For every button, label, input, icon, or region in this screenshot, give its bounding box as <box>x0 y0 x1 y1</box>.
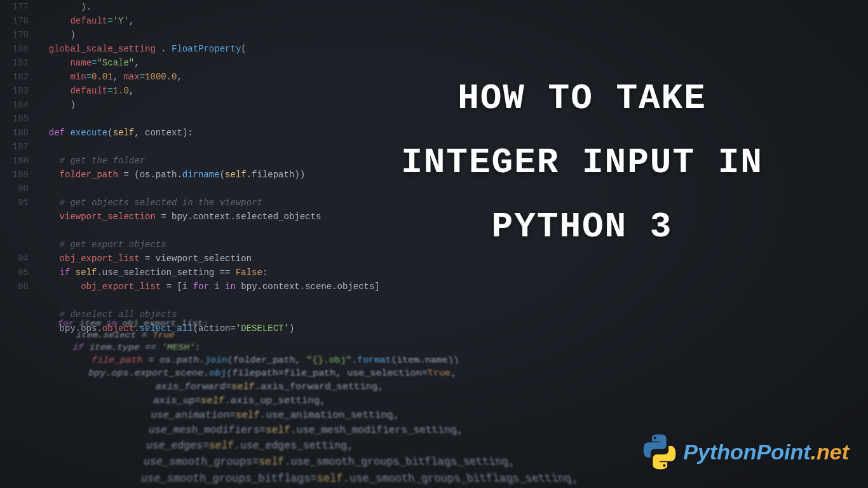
code-body: ). default='Y', ) global_scale_setting .… <box>38 0 380 349</box>
line-number: 184 <box>0 98 29 112</box>
code-line <box>38 224 380 238</box>
code-line: ) <box>38 28 380 42</box>
code-line: viewport_selection = bpy.context.selecte… <box>38 210 380 224</box>
code-line: default='Y', <box>38 14 380 28</box>
code-line: def execute(self, context): <box>38 126 380 140</box>
code-line: obj_export_list = [i for i in bpy.contex… <box>38 280 380 294</box>
code-line: use_edges=self.use_edges_setting, <box>0 438 569 454</box>
code-line: # get export objects <box>38 238 380 252</box>
line-number-gutter: 1771781791801811821831841851861871881899… <box>0 0 35 349</box>
code-line: use_smooth_groups=self.use_smooth_groups… <box>0 454 575 470</box>
line-number: 181 <box>0 56 29 70</box>
line-number: 188 <box>0 154 29 168</box>
brand-name: PythonPoint <box>683 440 810 464</box>
python-logo-icon <box>641 433 678 470</box>
code-line: use_smooth_groups_bitflags=self.use_smoo… <box>0 470 581 487</box>
code-line: ). <box>38 0 380 14</box>
line-number: 182 <box>0 70 29 84</box>
line-number <box>0 308 29 322</box>
line-number <box>0 210 29 224</box>
line-number: 177 <box>0 0 29 14</box>
code-line: if item.type == 'MESH': <box>26 341 536 354</box>
line-number: 179 <box>0 28 29 42</box>
line-number: 187 <box>0 140 29 154</box>
line-number: 185 <box>0 112 29 126</box>
code-line: min=0.01, max=1000.0, <box>38 70 380 84</box>
code-line: if self.use_selection_setting == False: <box>38 266 380 280</box>
line-number: 180 <box>0 42 29 56</box>
line-number: 189 <box>0 168 29 182</box>
line-number: 90 <box>0 182 29 196</box>
title-line: INTEGER INPUT IN <box>334 131 830 195</box>
line-number <box>0 224 29 238</box>
code-line: axis_forward=self.axis_forward_setting, <box>13 380 549 394</box>
line-number: 183 <box>0 84 29 98</box>
title-line: HOW TO TAKE <box>334 67 830 131</box>
code-line <box>38 140 380 154</box>
code-line <box>38 182 380 196</box>
code-line: ) <box>38 98 380 112</box>
code-line: default=1.0, <box>38 84 380 98</box>
code-line: # get objects selected in the viewport <box>38 196 380 210</box>
line-number <box>0 238 29 252</box>
code-line: file_path = os.path.join(folder_path, "{… <box>22 354 540 367</box>
code-perspective-footer: for item in obj_export_list: item.select… <box>0 318 593 488</box>
code-line: bpy.ops.export_scene.obj(filepath=file_p… <box>17 367 545 380</box>
code-line: item.select = True <box>31 329 532 341</box>
line-number: 186 <box>0 126 29 140</box>
line-number <box>0 294 29 308</box>
code-line: name="Scale", <box>38 56 380 70</box>
code-line: axis_up=self.axis_up_setting, <box>8 393 554 407</box>
line-number: 06 <box>0 280 29 294</box>
code-line <box>38 294 380 308</box>
code-line: use_animation=self.use_animation_setting… <box>3 408 559 423</box>
code-line: obj_export_list = viewport_selection <box>38 252 380 266</box>
line-number <box>0 322 29 336</box>
code-line: use_mesh_modifiers=self.use_mesh_modifie… <box>0 423 564 438</box>
code-line: folder_path = (os.path.dirname(self.file… <box>38 168 380 182</box>
line-number: 05 <box>0 266 29 280</box>
brand-tld: .net <box>811 440 849 464</box>
code-line: global_scale_setting . FloatProperty( <box>38 42 380 56</box>
line-number: 04 <box>0 252 29 266</box>
code-line: # get the folder <box>38 154 380 168</box>
hero-title: HOW TO TAKE INTEGER INPUT IN PYTHON 3 <box>334 67 830 259</box>
brand-logo: PythonPoint.net <box>641 433 849 470</box>
title-line: PYTHON 3 <box>334 195 830 259</box>
line-number: 91 <box>0 196 29 210</box>
code-line <box>38 112 380 126</box>
line-number <box>0 336 29 349</box>
line-number: 178 <box>0 14 29 28</box>
brand-text: PythonPoint.net <box>683 440 849 464</box>
code-line: for item in obj_export_list: <box>34 318 528 329</box>
